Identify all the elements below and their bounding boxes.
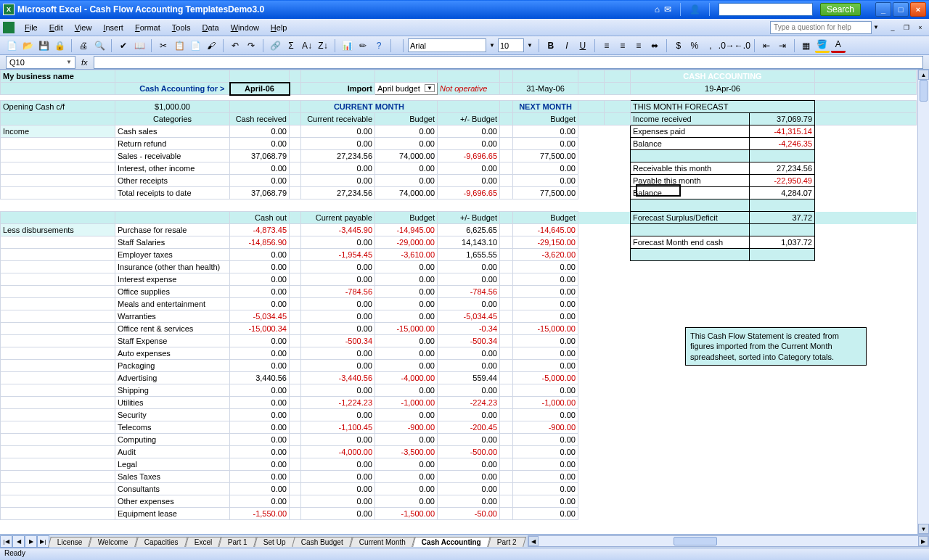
cell[interactable]: 0.00: [301, 483, 375, 495]
cell[interactable]: Shipping: [115, 384, 230, 397]
cell[interactable]: 0.00: [230, 335, 290, 347]
cell[interactable]: [290, 249, 301, 261]
hyperlink-icon[interactable]: 🔗: [268, 38, 282, 53]
cell[interactable]: [500, 138, 513, 150]
cell[interactable]: [500, 471, 513, 483]
cell[interactable]: [290, 212, 301, 224]
cell[interactable]: 0.00: [375, 335, 438, 347]
chart-icon[interactable]: 📊: [340, 38, 354, 53]
menu-file[interactable]: File: [19, 21, 44, 34]
cell[interactable]: 0.00: [301, 323, 375, 335]
cell[interactable]: 0.00: [230, 409, 290, 421]
cell[interactable]: [290, 187, 301, 199]
cell[interactable]: -5,000.00: [513, 372, 578, 384]
cell[interactable]: -3,610.00: [375, 249, 438, 261]
comma-icon[interactable]: ,: [703, 38, 718, 53]
cell[interactable]: 0.00: [438, 458, 500, 471]
cell[interactable]: 3,440.56: [230, 372, 290, 384]
search-button[interactable]: Search: [820, 3, 861, 16]
cell[interactable]: -5,034.45: [230, 310, 290, 323]
cell[interactable]: 0.00: [513, 384, 578, 397]
cell[interactable]: +/- Budget: [438, 212, 500, 224]
cell[interactable]: [500, 495, 513, 508]
cell[interactable]: 0.00: [513, 495, 578, 508]
cell[interactable]: [500, 249, 513, 261]
cell[interactable]: [500, 162, 513, 175]
cell[interactable]: 0.00: [375, 175, 438, 187]
cell[interactable]: Purchase for resale: [115, 224, 230, 236]
cell[interactable]: 0.00: [230, 162, 290, 175]
cell[interactable]: [290, 409, 301, 421]
cell[interactable]: 0.00: [438, 384, 500, 397]
bold-icon[interactable]: B: [544, 38, 558, 53]
cell[interactable]: Telecoms: [115, 421, 230, 434]
cell[interactable]: -4,873.45: [230, 224, 290, 236]
cell[interactable]: [500, 150, 513, 162]
cell[interactable]: 27,234.56: [301, 187, 375, 199]
cell[interactable]: 0.00: [513, 298, 578, 310]
cell[interactable]: -1,500.00: [375, 508, 438, 520]
tab-nav-next-icon[interactable]: ▶: [25, 535, 37, 548]
format-painter-icon[interactable]: 🖌: [204, 38, 218, 53]
cell[interactable]: -50.00: [438, 508, 500, 520]
cell[interactable]: -3,620.00: [513, 249, 578, 261]
cell[interactable]: Sales - receivable: [115, 150, 230, 162]
cell[interactable]: 0.00: [301, 360, 375, 372]
cell[interactable]: 0.00: [375, 310, 438, 323]
cell[interactable]: -500.00: [438, 446, 500, 458]
cell[interactable]: 0.00: [513, 138, 578, 150]
cell[interactable]: [500, 187, 513, 199]
menu-tools[interactable]: Tools: [166, 21, 197, 34]
help-icon[interactable]: ?: [372, 38, 386, 53]
excel-mini-icon[interactable]: [3, 22, 15, 33]
hscroll-thumb[interactable]: [674, 537, 717, 545]
autosum-icon[interactable]: Σ: [284, 38, 298, 53]
cell[interactable]: 0.00: [301, 298, 375, 310]
cell[interactable]: Auto expenses: [115, 347, 230, 360]
cell[interactable]: -1,224.23: [301, 397, 375, 409]
cell[interactable]: -15,000.34: [230, 323, 290, 335]
business-name[interactable]: My business name: [1, 70, 115, 83]
cell[interactable]: 0.00: [301, 471, 375, 483]
cell[interactable]: 0.00: [513, 434, 578, 446]
scroll-down-icon[interactable]: ▼: [918, 524, 929, 534]
tab-nav-prev-icon[interactable]: ◀: [12, 535, 25, 548]
menu-format[interactable]: Format: [129, 21, 166, 34]
cell[interactable]: Total receipts to date: [115, 187, 230, 199]
cell[interactable]: 0.00: [513, 446, 578, 458]
import-dropdown[interactable]: April budget ▼: [375, 83, 438, 95]
cell[interactable]: [500, 483, 513, 495]
cell[interactable]: [500, 273, 513, 286]
cell[interactable]: 27,234.56: [301, 150, 375, 162]
cell[interactable]: Current payable: [301, 212, 375, 224]
cell[interactable]: 0.00: [438, 360, 500, 372]
menu-insert[interactable]: Insert: [97, 21, 129, 34]
cell[interactable]: 0.00: [375, 384, 438, 397]
copy-icon[interactable]: 📋: [172, 38, 187, 53]
cell[interactable]: 0.00: [375, 125, 438, 138]
sheet-tab-license[interactable]: License: [48, 537, 91, 547]
cell[interactable]: [500, 446, 513, 458]
cell[interactable]: 0.00: [375, 495, 438, 508]
cell[interactable]: 14,143.10: [438, 236, 500, 249]
cell[interactable]: [290, 323, 301, 335]
cell[interactable]: [500, 212, 513, 224]
cell[interactable]: [290, 458, 301, 471]
decrease-indent-icon[interactable]: ⇤: [759, 38, 774, 53]
spelling-icon[interactable]: ✔: [116, 38, 131, 53]
cell[interactable]: 0.00: [438, 138, 500, 150]
cell[interactable]: 559.44: [438, 372, 500, 384]
cell[interactable]: 0.00: [301, 458, 375, 471]
cell[interactable]: [290, 273, 301, 286]
cell[interactable]: Consultants: [115, 483, 230, 495]
formula-bar[interactable]: [94, 56, 923, 69]
cell[interactable]: 0.00: [301, 125, 375, 138]
cell[interactable]: 0.00: [513, 471, 578, 483]
cell[interactable]: [500, 125, 513, 138]
cell[interactable]: 0.00: [375, 434, 438, 446]
cell[interactable]: 0.00: [375, 458, 438, 471]
cell[interactable]: 6,625.65: [438, 224, 500, 236]
cell[interactable]: 0.00: [438, 495, 500, 508]
cell[interactable]: 0.00: [375, 286, 438, 298]
cell[interactable]: 0.00: [230, 483, 290, 495]
